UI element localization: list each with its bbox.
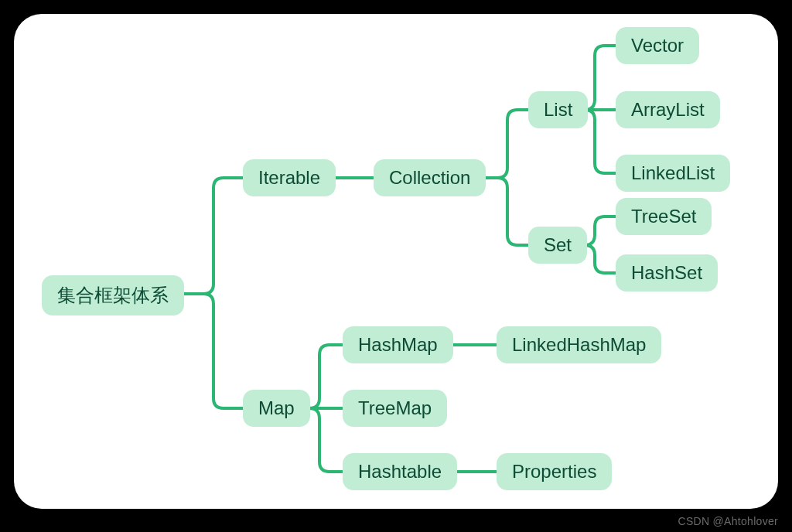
node-list: List [528,91,588,128]
node-collection: Collection [374,159,486,196]
node-set: Set [528,227,587,264]
node-iterable: Iterable [243,159,336,196]
node-properties: Properties [497,453,612,490]
node-root: 集合框架体系 [42,275,184,315]
node-arraylist: ArrayList [616,91,720,128]
node-linkedlist: LinkedList [616,155,730,192]
node-treeset: TreeSet [616,198,712,235]
node-map: Map [243,390,310,427]
node-linkedhashmap: LinkedHashMap [497,326,661,363]
node-hashset: HashSet [616,254,718,292]
node-hashtable: Hashtable [343,453,457,490]
node-treemap: TreeMap [343,390,447,427]
diagram-canvas: 集合框架体系 Iterable Collection List Set Vect… [14,14,778,509]
node-vector: Vector [616,27,699,64]
node-hashmap: HashMap [343,326,453,363]
watermark-text: CSDN @Ahtohlover [678,515,778,527]
